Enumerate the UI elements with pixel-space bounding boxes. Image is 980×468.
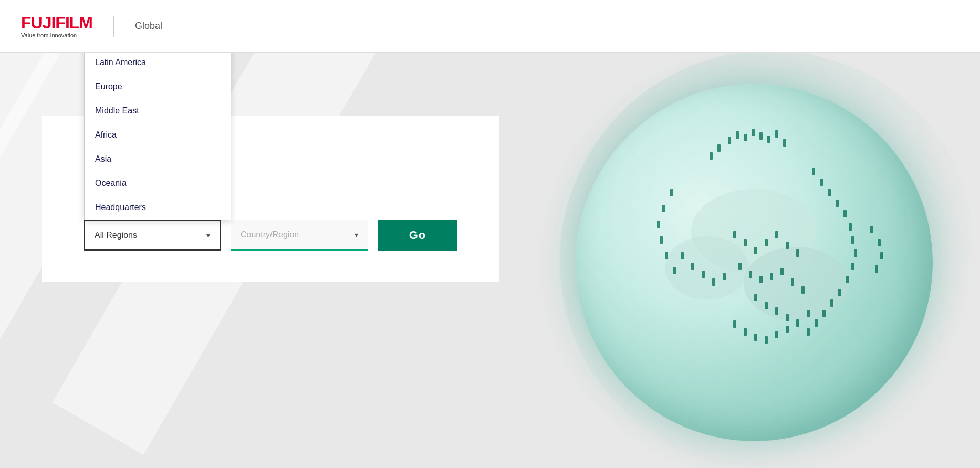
dropdown-item-headquarters[interactable]: Headquarters bbox=[85, 195, 231, 220]
region-select-button[interactable]: All Regions ▾ bbox=[84, 220, 221, 251]
dropdown-item-africa[interactable]: Africa bbox=[85, 123, 231, 147]
logo-fuji: FUJI bbox=[21, 13, 55, 32]
fujifilm-logo: FUJIFILM Value from Innovation bbox=[21, 14, 92, 38]
logo-tagline: Value from Innovation bbox=[21, 32, 77, 38]
logo-film: FILM bbox=[55, 13, 92, 32]
header-site-label: Global bbox=[135, 20, 162, 32]
dropdown-item-asia[interactable]: Asia bbox=[85, 147, 231, 171]
dropdown-item-oceania[interactable]: Oceania bbox=[85, 171, 231, 195]
country-select-wrapper: Country/Region ▾ bbox=[231, 220, 368, 251]
selection-panel: Select a region Please from the pull-dow… bbox=[42, 116, 499, 282]
dropdown-item-middle-east[interactable]: Middle East bbox=[85, 99, 231, 123]
logo-wordmark: FUJIFILM bbox=[21, 14, 92, 31]
go-button[interactable]: Go bbox=[378, 220, 457, 251]
dropdown-item-latin-america[interactable]: Latin America bbox=[85, 50, 231, 75]
header: FUJIFILM Value from Innovation Global bbox=[0, 0, 980, 53]
region-select-wrapper: All Regions North America Latin America … bbox=[84, 220, 221, 251]
header-divider bbox=[113, 16, 114, 37]
selectors-row: All Regions North America Latin America … bbox=[84, 220, 457, 251]
logo-container: FUJIFILM Value from Innovation Global bbox=[21, 14, 162, 38]
country-chevron-icon: ▾ bbox=[355, 231, 358, 239]
country-select-placeholder: Country/Region bbox=[241, 230, 299, 240]
dropdown-item-europe[interactable]: Europe bbox=[85, 75, 231, 99]
region-select-value: All Regions bbox=[95, 231, 137, 240]
main-content: Select a region Please from the pull-dow… bbox=[0, 53, 980, 468]
region-chevron-icon: ▾ bbox=[206, 231, 210, 240]
country-select-button[interactable]: Country/Region ▾ bbox=[231, 220, 368, 251]
